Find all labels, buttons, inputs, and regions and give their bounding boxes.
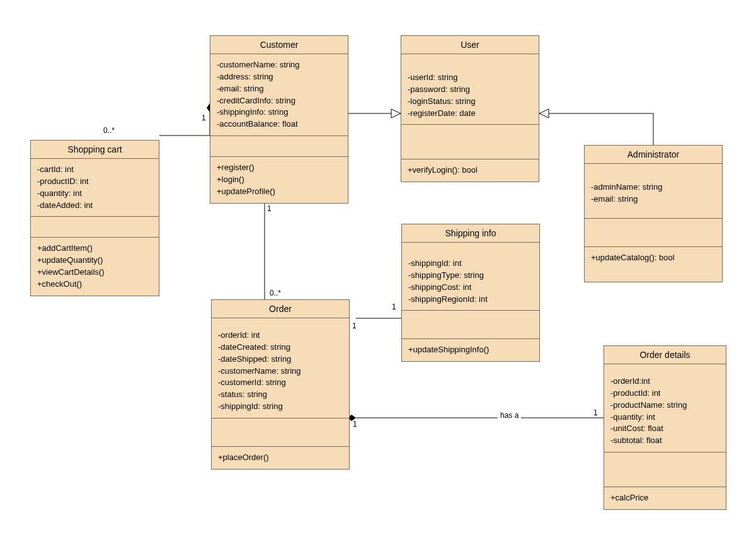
- class-shopping-cart[interactable]: Shopping cart -cartId: int -productID: i…: [30, 140, 159, 296]
- attribute: -customerName: string: [217, 59, 341, 71]
- multiplicity-label: 1: [392, 303, 396, 311]
- attribute: -customerName: string: [218, 366, 343, 378]
- class-section-spacer: [210, 136, 348, 157]
- attribute: -shippingType: string: [408, 270, 533, 282]
- method: +verifyLogin(): bool: [408, 164, 532, 176]
- attribute: -subtotal: float: [610, 435, 719, 447]
- class-methods: +calcPrice: [604, 487, 726, 509]
- class-user[interactable]: User -userId: string -password: string -…: [401, 35, 539, 182]
- multiplicity-label: 1: [352, 321, 357, 330]
- class-order[interactable]: Order -orderId: int -dateCreated: string…: [211, 299, 350, 470]
- attribute: -cartId: int: [37, 164, 152, 176]
- class-attributes: -cartId: int -productID: int -quantity: …: [31, 159, 159, 217]
- multiplicity-label: 1: [353, 420, 357, 429]
- method: +updateProfile(): [217, 186, 341, 198]
- attribute: -address: string: [217, 71, 341, 83]
- class-order-details[interactable]: Order details -orderId:int -productId: i…: [604, 345, 726, 510]
- attribute: -email: string: [217, 83, 341, 95]
- class-methods: +register() +login() +updateProfile(): [210, 157, 348, 203]
- attribute: -orderId: int: [218, 330, 343, 342]
- class-attributes: -adminName: string -email: string: [585, 164, 722, 219]
- class-attributes: -customerName: string -address: string -…: [210, 54, 348, 136]
- attribute: -registerDate: date: [408, 108, 532, 120]
- attribute: -dateShipped: string: [218, 354, 343, 366]
- attribute: -creditCardInfo: string: [217, 95, 341, 107]
- class-section-spacer: [401, 125, 539, 159]
- attribute: -productId: int: [610, 388, 719, 400]
- attribute: -dateCreated: string: [218, 342, 343, 354]
- multiplicity-label: 1: [593, 408, 598, 417]
- class-attributes: -orderId: int -dateCreated: string -date…: [212, 318, 349, 418]
- class-title: User: [401, 36, 539, 54]
- class-attributes: -shippingId: int -shippingType: string -…: [402, 243, 539, 311]
- class-customer[interactable]: Customer -customerName: string -address:…: [210, 35, 348, 204]
- multiplicity-label: 1: [202, 113, 206, 122]
- attribute: -status: string: [218, 389, 343, 401]
- attribute: -shippingId: int: [408, 258, 533, 270]
- class-attributes: -orderId:int -productId: int -productNam…: [604, 364, 726, 453]
- attribute: -shippingInfo: string: [217, 107, 341, 118]
- method: +updateQuantity(): [37, 255, 152, 267]
- class-methods: +placeOrder(): [212, 447, 349, 469]
- method: +placeOrder(): [218, 452, 343, 464]
- method: +login(): [217, 174, 341, 186]
- attribute: -shippingCost: int: [408, 282, 533, 294]
- attribute: -customerId: string: [218, 377, 343, 389]
- class-title: Shipping info: [402, 224, 539, 243]
- attribute: -productID: int: [37, 176, 152, 188]
- method: +viewCartDetails(): [37, 267, 152, 279]
- class-title: Order: [212, 300, 349, 318]
- attribute: -adminName: string: [591, 182, 716, 193]
- relation-label: has a: [498, 411, 521, 420]
- multiplicity-label: 1: [267, 204, 272, 213]
- class-shipping-info[interactable]: Shipping info -shippingId: int -shipping…: [401, 224, 540, 362]
- class-title: Order details: [604, 346, 726, 364]
- class-methods: +addCartItem() +updateQuantity() +viewCa…: [31, 238, 159, 295]
- attribute: -accountBalance: float: [217, 118, 341, 130]
- class-section-spacer: [604, 453, 726, 487]
- attribute: -shippingRegionId: int: [408, 294, 533, 306]
- method: +calcPrice: [610, 492, 719, 504]
- method: +updateCatalog(): bool: [591, 252, 716, 264]
- class-methods: +verifyLogin(): bool: [401, 159, 539, 182]
- class-methods: +updateShippingInfo(): [402, 339, 539, 361]
- class-section-spacer: [402, 311, 539, 339]
- attribute: -password: string: [408, 84, 532, 96]
- class-administrator[interactable]: Administrator -adminName: string -email:…: [584, 145, 723, 282]
- method: +register(): [217, 162, 341, 174]
- attribute: -quantity: int: [37, 188, 152, 200]
- attribute: -userId: string: [408, 72, 532, 84]
- class-title: Customer: [210, 36, 348, 54]
- class-title: Administrator: [585, 146, 722, 164]
- class-methods: +updateCatalog(): bool: [585, 247, 722, 282]
- multiplicity-label: 0..*: [103, 126, 115, 135]
- multiplicity-label: 0..*: [270, 289, 281, 297]
- method: +addCartItem(): [37, 243, 152, 255]
- attribute: -loginStatus: string: [408, 96, 532, 108]
- attribute: -shippingId: string: [218, 401, 343, 413]
- attribute: -orderId:int: [610, 376, 719, 388]
- class-section-spacer: [585, 219, 722, 247]
- class-attributes: -userId: string -password: string -login…: [401, 54, 539, 125]
- attribute: -productName: string: [610, 400, 719, 412]
- attribute: -email: string: [591, 193, 716, 205]
- class-section-spacer: [212, 418, 349, 447]
- class-title: Shopping cart: [31, 141, 159, 159]
- class-section-spacer: [31, 217, 159, 238]
- attribute: -quantity: int: [610, 412, 719, 424]
- method: +updateShippingInfo(): [408, 344, 533, 356]
- attribute: -unitCost: float: [610, 423, 719, 435]
- method: +checkOut(): [37, 279, 152, 291]
- attribute: -dateAdded: int: [37, 200, 152, 212]
